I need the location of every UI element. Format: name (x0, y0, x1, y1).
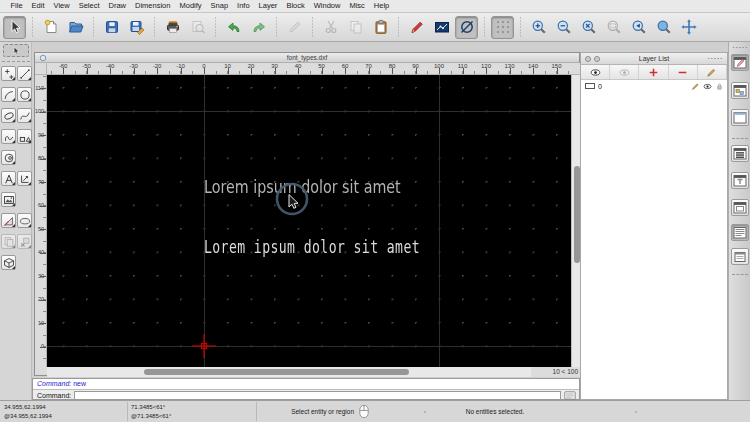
layer-edit-pencil-icon[interactable] (691, 82, 700, 91)
drawing-window-titlebar[interactable]: font_types.dxf (35, 53, 579, 63)
menu-item-draw[interactable]: Draw (104, 0, 131, 12)
arc-tool[interactable] (1, 87, 16, 102)
layer-visibility-checkbox[interactable] (585, 83, 595, 89)
menu-item-window[interactable]: Window (309, 0, 345, 12)
dock-block-list-toggle[interactable] (731, 82, 749, 99)
save-button[interactable] (100, 16, 123, 39)
isometric-tool[interactable] (1, 255, 16, 270)
dock-library-browser-toggle[interactable] (731, 109, 749, 126)
cad-text-stroke-font[interactable]: Lorem ipsum dolor sit amet (204, 237, 420, 257)
menu-item-file[interactable]: File (6, 0, 27, 12)
zoom-auto-button[interactable] (577, 16, 600, 39)
command-input[interactable] (74, 391, 561, 400)
l-eye-off-icon (619, 67, 630, 78)
menu-item-view[interactable]: View (49, 0, 74, 12)
new-file-button[interactable] (39, 16, 62, 39)
selection-pointer-button[interactable] (3, 16, 26, 39)
dimension-tool[interactable] (17, 171, 32, 186)
layer-lock-icon[interactable] (715, 82, 724, 91)
freehand-tool[interactable] (1, 150, 16, 165)
menu-item-dimension[interactable]: Dimension (131, 0, 175, 12)
palette-select-button[interactable] (3, 44, 29, 57)
menu-item-misc[interactable]: Misc (345, 0, 369, 12)
p-hatch-icon (3, 215, 15, 227)
print-button[interactable] (161, 16, 184, 39)
dock-selection-filter-toggle[interactable] (731, 172, 749, 189)
dock-command-line-toggle[interactable] (731, 224, 749, 241)
p-cube-icon (3, 257, 15, 269)
plot-preview-button[interactable] (430, 16, 453, 39)
draft-mode-button[interactable] (455, 16, 478, 39)
d-lines-icon (733, 226, 747, 240)
image-tool[interactable] (1, 192, 16, 207)
menu-item-snap[interactable]: Snap (206, 0, 233, 12)
text-tool[interactable] (1, 171, 16, 186)
p-text-icon (3, 173, 15, 185)
property-pen-button[interactable] (283, 16, 306, 39)
show-all-layers-button[interactable] (581, 65, 610, 79)
copy-button[interactable] (344, 16, 367, 39)
line-tool[interactable] (17, 66, 32, 81)
print-preview-button[interactable] (186, 16, 209, 39)
metagrid-line-x100 (439, 75, 440, 367)
save-as-button[interactable] (125, 16, 148, 39)
layer-row[interactable]: 0 (581, 80, 727, 92)
d-pencil-icon (733, 56, 747, 70)
qcad-application-window: { "menubar": { "items": ["File","Edit","… (0, 0, 750, 422)
pan-view-button[interactable] (677, 16, 700, 39)
spline-tool[interactable] (17, 108, 32, 123)
grid-toggle-button[interactable] (491, 16, 514, 39)
menu-item-layer[interactable]: Layer (254, 0, 282, 12)
dock-view-list-toggle[interactable] (731, 199, 749, 216)
ellipse-tool[interactable] (1, 108, 16, 123)
dock-property-editor-toggle[interactable] (731, 54, 749, 71)
paste-button[interactable] (369, 16, 392, 39)
horizontal-scrollbar-thumb[interactable] (144, 369, 409, 375)
polyline-tool[interactable] (1, 129, 16, 144)
modify-tool[interactable] (17, 213, 32, 228)
remove-layer-button[interactable] (669, 65, 698, 79)
drawing-canvas[interactable]: Lorem ipsum dolor sit amet Lorem ipsum d… (47, 75, 571, 367)
layer-name: 0 (598, 83, 602, 90)
hatch-tool[interactable] (1, 213, 16, 228)
layer-panel-header[interactable]: Layer List (581, 53, 727, 65)
command-keyboard-button[interactable] (563, 391, 577, 400)
circle-tool[interactable] (17, 87, 32, 102)
d-small-icon (733, 250, 747, 264)
zoom-window-button[interactable] (602, 16, 625, 39)
hruler-label: 120 (481, 63, 491, 69)
dock-misc-toggle[interactable] (731, 248, 749, 265)
shape-tool[interactable] (17, 129, 32, 144)
add-layer-button[interactable] (639, 65, 668, 79)
menu-item-edit[interactable]: Edit (27, 0, 49, 12)
redo-button[interactable] (247, 16, 270, 39)
hide-all-layers-button[interactable] (610, 65, 639, 79)
zoom-in-button[interactable] (527, 16, 550, 39)
dock-layer-list-toggle[interactable] (731, 145, 749, 162)
menu-item-select[interactable]: Select (74, 0, 104, 12)
block-ops-tool[interactable] (1, 234, 16, 249)
undo-button[interactable] (222, 16, 245, 39)
cut-button[interactable] (319, 16, 342, 39)
point-tool[interactable] (1, 66, 16, 81)
zoom-previous-button[interactable] (627, 16, 650, 39)
zoom-pan-button[interactable] (652, 16, 675, 39)
menu-item-modify[interactable]: Modify (175, 0, 206, 12)
menu-item-block[interactable]: Block (282, 0, 309, 12)
zoom-out-button[interactable] (552, 16, 575, 39)
edit-layer-button[interactable] (698, 65, 727, 79)
dock-strip-handle[interactable] (732, 46, 748, 49)
i-saveas-icon (129, 19, 145, 35)
i-paste-icon (373, 19, 389, 35)
open-file-button[interactable] (64, 16, 87, 39)
coordinate-display: 34.955,62.1994 @34.955,62.1994 (4, 403, 52, 421)
vruler-label: 90 (35, 132, 44, 138)
panel-drag-handle[interactable] (707, 57, 723, 60)
horizontal-scrollbar[interactable] (47, 367, 531, 377)
menu-item-help[interactable]: Help (369, 0, 393, 12)
menu-item-info[interactable]: Info (233, 0, 255, 12)
edit-pencil-button[interactable] (405, 16, 428, 39)
explode-tool[interactable] (17, 234, 32, 249)
layer-visible-eye-icon[interactable] (703, 82, 712, 91)
i-cursor-icon (7, 19, 23, 35)
